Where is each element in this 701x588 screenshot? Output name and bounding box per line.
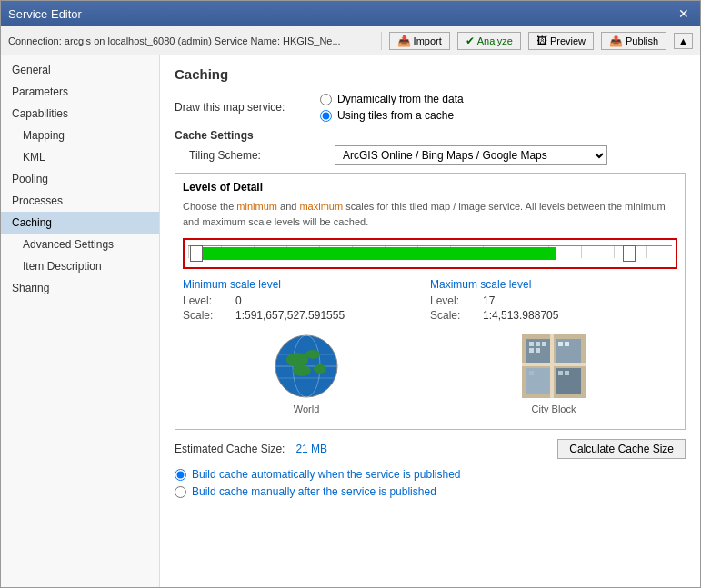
- sidebar-item-mapping[interactable]: Mapping: [1, 125, 159, 146]
- svg-rect-20: [565, 342, 569, 346]
- expand-button[interactable]: ▲: [674, 33, 693, 49]
- svg-rect-17: [529, 348, 534, 353]
- svg-rect-16: [542, 342, 546, 346]
- build-auto-label[interactable]: Build cache automatically when the servi…: [175, 468, 686, 481]
- import-icon: 📥: [397, 35, 411, 47]
- levels-of-detail: Levels of Detail Choose the minimum and …: [175, 173, 686, 430]
- radio-dynamic[interactable]: [320, 94, 332, 105]
- cache-settings-label: Cache Settings: [175, 129, 686, 142]
- preview-button[interactable]: 🖼 Preview: [528, 32, 594, 50]
- estimated-cache-value: 21 MB: [295, 443, 350, 455]
- page-title: Caching: [175, 66, 686, 82]
- city-block-icon: [522, 334, 586, 398]
- svg-rect-18: [536, 348, 540, 353]
- levels-title: Levels of Detail: [183, 181, 677, 194]
- preview-icon: 🖼: [536, 35, 547, 47]
- close-button[interactable]: ✕: [675, 6, 693, 21]
- svg-point-7: [293, 365, 311, 376]
- draw-service-row: Draw this map service: Dynamically from …: [175, 93, 686, 122]
- tiling-scheme-row: Tiling Scheme: ArcGIS Online / Bing Maps…: [189, 145, 686, 165]
- toolbar-separator: [381, 32, 382, 50]
- min-scale-row: Scale: 1:591,657,527.591555: [183, 309, 430, 322]
- city-block-label: City Block: [532, 404, 576, 414]
- main-content: General Parameters Capabilities Mapping …: [1, 55, 700, 587]
- connection-info: Connection: arcgis on localhost_6080 (ad…: [8, 35, 374, 46]
- build-manual-radio[interactable]: [175, 486, 186, 498]
- svg-rect-23: [529, 371, 534, 375]
- content-area: Caching Draw this map service: Dynamical…: [160, 55, 700, 587]
- radio-dynamic-label[interactable]: Dynamically from the data: [320, 93, 464, 105]
- max-scale-key: Scale:: [430, 309, 476, 322]
- build-options: Build cache automatically when the servi…: [175, 468, 686, 498]
- min-scale-label: Minimum scale level: [183, 278, 430, 291]
- sidebar-item-sharing[interactable]: Sharing: [1, 277, 159, 299]
- build-manual-label[interactable]: Build cache manually after the service i…: [175, 485, 686, 498]
- analyze-icon: ✔: [466, 35, 475, 47]
- max-scale-val: 1:4,513.988705: [483, 309, 558, 322]
- import-button[interactable]: 📥 Import: [389, 32, 450, 50]
- max-level-row: Level: 17: [430, 294, 677, 307]
- draw-options: Dynamically from the data Using tiles fr…: [320, 93, 464, 122]
- slider-fill: [194, 247, 556, 260]
- publish-button[interactable]: 📤 Publish: [601, 32, 666, 50]
- svg-rect-21: [558, 371, 563, 375]
- service-editor-window: Service Editor ✕ Connection: arcgis on l…: [0, 0, 701, 588]
- sidebar-item-capabilities[interactable]: Capabilities: [1, 103, 159, 125]
- draw-service-label: Draw this map service:: [175, 101, 320, 114]
- slider-handle-left[interactable]: [190, 245, 203, 262]
- sidebar-item-processes[interactable]: Processes: [1, 190, 159, 212]
- estimated-cache-row: Estimated Cache Size: 21 MB Calculate Ca…: [175, 439, 686, 459]
- preview-row: World: [183, 334, 677, 414]
- slider-handle-right[interactable]: [623, 245, 636, 262]
- max-level-key: Level:: [430, 294, 476, 307]
- tiling-scheme-select[interactable]: ArcGIS Online / Bing Maps / Google Maps: [335, 145, 607, 165]
- sidebar-item-kml[interactable]: KML: [1, 146, 159, 168]
- min-scale-val: 1:591,657,527.591555: [235, 309, 345, 322]
- sidebar-item-caching[interactable]: Caching: [1, 212, 159, 234]
- levels-slider-container: [183, 238, 677, 269]
- window-title: Service Editor: [8, 7, 82, 21]
- sidebar: General Parameters Capabilities Mapping …: [1, 55, 160, 587]
- estimated-cache-label: Estimated Cache Size:: [175, 443, 285, 455]
- sidebar-item-pooling[interactable]: Pooling: [1, 168, 159, 190]
- city-block-preview: City Block: [522, 334, 586, 414]
- publish-icon: 📤: [609, 35, 623, 47]
- svg-rect-15: [536, 342, 540, 346]
- sidebar-item-general[interactable]: General: [1, 59, 159, 81]
- min-scale-key: Scale:: [183, 309, 228, 322]
- globe-icon: [275, 334, 338, 398]
- radio-cache[interactable]: [320, 110, 332, 122]
- svg-point-8: [314, 364, 326, 374]
- svg-rect-14: [529, 342, 534, 346]
- min-level-val: 0: [235, 294, 242, 307]
- radio-cache-label[interactable]: Using tiles from a cache: [320, 109, 464, 122]
- min-level-row: Level: 0: [183, 294, 430, 307]
- toolbar: Connection: arcgis on localhost_6080 (ad…: [1, 26, 700, 55]
- min-scale-col: Minimum scale level Level: 0 Scale: 1:59…: [183, 278, 430, 324]
- max-scale-col: Maximum scale level Level: 17 Scale: 1:4…: [430, 278, 677, 324]
- min-level-key: Level:: [183, 294, 228, 307]
- svg-rect-22: [565, 371, 569, 375]
- levels-desc: Choose the minimum and maximum scales fo…: [183, 199, 677, 229]
- calculate-cache-button[interactable]: Calculate Cache Size: [557, 439, 686, 459]
- slider-track[interactable]: [188, 244, 672, 264]
- tiling-scheme-label: Tiling Scheme:: [189, 149, 335, 162]
- svg-rect-19: [558, 342, 563, 346]
- title-bar: Service Editor ✕: [1, 1, 700, 26]
- analyze-button[interactable]: ✔ Analyze: [457, 32, 521, 50]
- scale-info: Minimum scale level Level: 0 Scale: 1:59…: [183, 278, 677, 324]
- sidebar-item-item-description[interactable]: Item Description: [1, 255, 159, 277]
- build-auto-radio[interactable]: [175, 469, 186, 481]
- max-level-val: 17: [483, 294, 495, 307]
- svg-point-6: [305, 350, 320, 359]
- svg-point-5: [286, 353, 308, 367]
- sidebar-item-advanced-settings[interactable]: Advanced Settings: [1, 234, 159, 255]
- sidebar-item-parameters[interactable]: Parameters: [1, 81, 159, 103]
- max-scale-label: Maximum scale level: [430, 278, 677, 291]
- world-preview: World: [275, 334, 338, 414]
- world-label: World: [294, 404, 320, 414]
- max-scale-row: Scale: 1:4,513.988705: [430, 309, 677, 322]
